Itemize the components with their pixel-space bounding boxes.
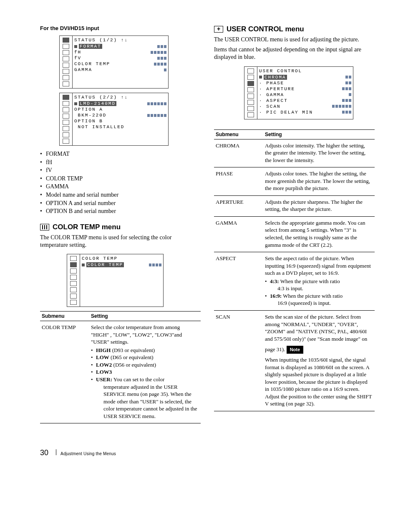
osd-title: STATUS (1/2) ↑↓ bbox=[74, 38, 166, 43]
osd-title: STATUS (2/2) ↑↓ bbox=[74, 95, 166, 100]
osd-row-label: COLOR TEMP bbox=[74, 61, 110, 66]
osd-row-label: fV bbox=[74, 56, 81, 61]
table-row: CHROMA Adjusts color intensity. The high… bbox=[214, 139, 375, 167]
page-footer: 30 Adjustment Using the Menus bbox=[0, 440, 398, 470]
color-temp-icon bbox=[40, 224, 49, 231]
osd-title: COLOR TEMP bbox=[82, 256, 161, 261]
osd-row-label: · GAMMA bbox=[259, 92, 284, 97]
osd-row-label: GAMMA bbox=[74, 67, 92, 72]
table-header: Setting bbox=[263, 129, 375, 139]
osd-icon bbox=[63, 63, 69, 68]
osd-icon bbox=[63, 44, 69, 49]
setting-text: Sets the aspect ratio of the picture. Wh… bbox=[265, 255, 371, 276]
table-row: GAMMA Selects the appropriate gamma mode… bbox=[214, 216, 375, 252]
color-temp-heading: COLOR TEMP menu bbox=[40, 223, 201, 231]
osd-icon bbox=[63, 56, 69, 61]
osd-icon bbox=[247, 100, 254, 105]
osd-icon bbox=[247, 87, 254, 92]
list-item: FORMAT bbox=[40, 150, 201, 158]
setting-cell: Sets the scan size of the picture. Selec… bbox=[263, 310, 375, 411]
right-column: USER CONTROL menu The USER CONTROL menu … bbox=[214, 25, 375, 423]
setting-cell: Sets the aspect ratio of the picture. Wh… bbox=[263, 252, 375, 311]
osd-row-label: FORMAT bbox=[79, 44, 102, 49]
osd-row-label: · PHASE bbox=[259, 81, 284, 86]
osd-status-1: STATUS (1/2) ↑↓ FORMAT fH fV COLOR TEMP … bbox=[59, 35, 169, 89]
table-header: Submenu bbox=[40, 312, 89, 321]
osd-status-2: STATUS (2/2) ↑↓ LMD-2140MD OPTION A BKM-… bbox=[59, 93, 169, 146]
table-header: Submenu bbox=[214, 129, 263, 139]
osd-icon bbox=[63, 107, 69, 112]
osd-icon bbox=[63, 38, 69, 43]
submenu-cell: COLOR TEMP bbox=[40, 321, 89, 423]
setting-text: Sets the scan size of the picture. Selec… bbox=[265, 314, 367, 352]
heading-text: COLOR TEMP menu bbox=[53, 223, 121, 231]
color-temp-table: Submenu Setting COLOR TEMP Select the co… bbox=[40, 311, 201, 423]
page-number: 30 bbox=[40, 448, 48, 457]
osd-icon bbox=[247, 94, 254, 99]
note-text: When inputting the 1035/60I signal, the … bbox=[265, 356, 373, 408]
osd-row-label: LMD-2140MD bbox=[79, 101, 116, 106]
list-item: OPTION B and serial number bbox=[40, 207, 201, 215]
osd-icon bbox=[63, 139, 69, 144]
osd-icon bbox=[247, 112, 254, 117]
osd-icon bbox=[63, 101, 69, 106]
osd-row-label: CHROMA bbox=[264, 75, 287, 80]
osd-icon bbox=[247, 81, 254, 86]
osd-row-label: · PIC DELAY MIN bbox=[259, 110, 313, 115]
osd-icon bbox=[63, 132, 69, 137]
osd-icon bbox=[70, 300, 77, 305]
dvi-heading: For the DVI/HD15 input bbox=[40, 25, 201, 31]
setting-text: Select the color temperature from among … bbox=[91, 324, 182, 345]
list-item: Model name and serial number bbox=[40, 191, 201, 199]
status-bullet-list: FORMAT fH fV COLOR TEMP GAMMA Model name… bbox=[40, 150, 201, 215]
osd-title: USER CONTROL bbox=[259, 68, 351, 73]
osd-icon bbox=[63, 114, 69, 119]
setting-cell: Selects the appropriate gamma mode. You … bbox=[263, 216, 375, 252]
osd-row-label: · ASPECT bbox=[259, 98, 288, 103]
list-item: GAMMA bbox=[40, 182, 201, 191]
osd-icon bbox=[70, 281, 77, 286]
osd-icon bbox=[70, 275, 77, 280]
table-row: COLOR TEMP Select the color temperature … bbox=[40, 321, 201, 423]
osd-icon bbox=[63, 75, 69, 80]
color-temp-intro: The COLOR TEMP menu is used for selectin… bbox=[40, 234, 201, 249]
submenu-cell: GAMMA bbox=[214, 216, 263, 252]
osd-row-label: · APERTURE bbox=[259, 86, 295, 91]
table-header: Setting bbox=[89, 312, 201, 321]
setting-cell: Select the color temperature from among … bbox=[89, 321, 201, 423]
list-item: COLOR TEMP bbox=[40, 175, 201, 183]
osd-icon bbox=[70, 294, 77, 299]
table-row: SCAN Sets the scan size of the picture. … bbox=[214, 310, 375, 411]
list-item: fV bbox=[40, 166, 201, 175]
user-control-icon bbox=[214, 26, 223, 33]
setting-cell: Adjusts color intensity. The higher the … bbox=[263, 139, 375, 167]
osd-icon bbox=[70, 287, 77, 292]
user-control-table: Submenu Setting CHROMA Adjusts color int… bbox=[214, 129, 375, 411]
osd-icon bbox=[70, 262, 77, 267]
user-control-heading: USER CONTROL menu bbox=[214, 25, 375, 33]
submenu-cell: PHASE bbox=[214, 167, 263, 196]
osd-icon bbox=[70, 269, 77, 274]
osd-icon bbox=[247, 106, 254, 111]
submenu-cell: CHROMA bbox=[214, 139, 263, 167]
table-row: ASPECT Sets the aspect ratio of the pict… bbox=[214, 252, 375, 311]
table-row: PHASE Adjusts color tones. The higher th… bbox=[214, 167, 375, 196]
osd-icon bbox=[63, 120, 69, 125]
osd-icon bbox=[63, 126, 69, 131]
list-item: fH bbox=[40, 158, 201, 167]
osd-icon bbox=[63, 50, 69, 55]
osd-row-label: OPTION A bbox=[74, 107, 103, 112]
osd-icon bbox=[63, 81, 69, 86]
footer-caption: Adjustment Using the Menus bbox=[60, 451, 116, 456]
heading-text: USER CONTROL menu bbox=[227, 25, 304, 33]
setting-cell: Adjusts color tones. The higher the sett… bbox=[263, 167, 375, 196]
table-row: APERTURE Adjusts the picture sharpness. … bbox=[214, 195, 375, 216]
left-column: For the DVI/HD15 input STATUS (1/2) ↑↓ F… bbox=[40, 25, 201, 423]
osd-row-label: NOT INSTALLED bbox=[74, 124, 124, 129]
osd-icon bbox=[63, 69, 69, 74]
osd-row-label: COLOR TEMP bbox=[86, 262, 124, 267]
osd-row-label: fH bbox=[74, 50, 81, 55]
osd-icon bbox=[63, 95, 69, 100]
osd-row-label: · SCAN bbox=[259, 104, 281, 109]
setting-cell: Adjusts the picture sharpness. The highe… bbox=[263, 195, 375, 216]
